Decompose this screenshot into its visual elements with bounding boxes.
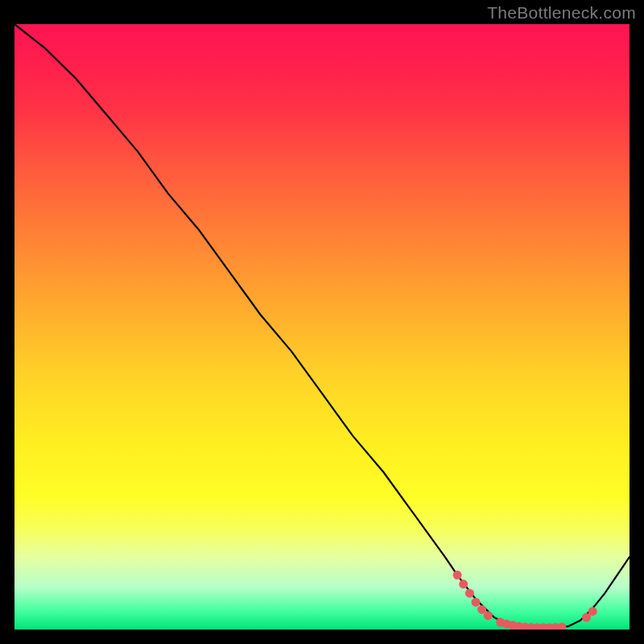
marker-dot	[484, 611, 493, 620]
watermark-text: TheBottleneck.com	[487, 3, 636, 23]
marker-dot	[558, 623, 567, 630]
chart-frame: TheBottleneck.com	[0, 0, 644, 644]
marker-dot	[465, 588, 474, 597]
bottleneck-curve	[14, 24, 630, 628]
curve-layer	[14, 24, 630, 630]
marker-dot	[588, 607, 597, 616]
highlight-markers	[453, 571, 597, 630]
plot-area	[14, 24, 630, 630]
marker-dot	[459, 580, 468, 588]
marker-dot	[453, 571, 462, 580]
marker-dot	[472, 598, 481, 607]
